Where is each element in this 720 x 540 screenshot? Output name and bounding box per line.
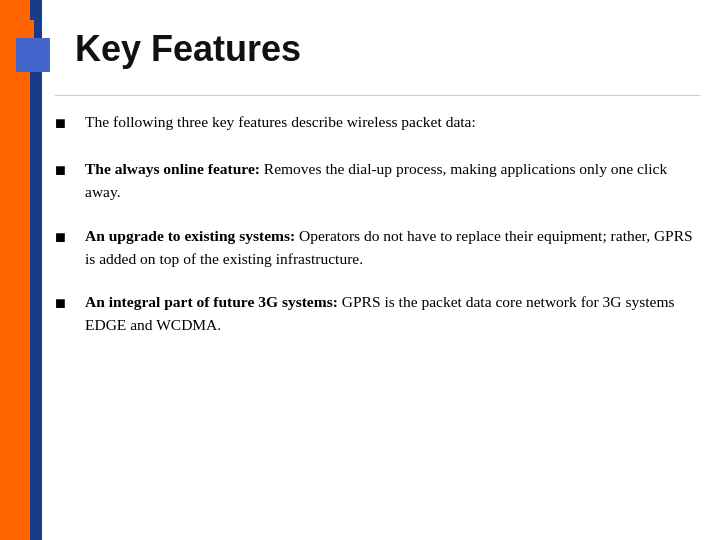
slide-title: Key Features	[75, 28, 301, 70]
corner-square-blue	[16, 38, 50, 72]
bullet-content-1: The following three key features describ…	[85, 110, 700, 133]
bullet-content-3: An upgrade to existing systems: Operator…	[85, 224, 700, 271]
slide: Key Features ■ The following three key f…	[0, 0, 720, 540]
bullet-item-2: ■ The always online feature: Removes the…	[55, 157, 700, 204]
bullet-4-bold: An integral part of future 3G systems:	[85, 293, 338, 310]
sidebar-orange-bar	[0, 0, 30, 540]
title-divider	[55, 95, 700, 96]
bullet-item-1: ■ The following three key features descr…	[55, 110, 700, 137]
corner-squares	[0, 20, 56, 76]
sidebar-decoration	[0, 0, 55, 540]
bullet-3-bold: An upgrade to existing systems:	[85, 227, 295, 244]
bullet-marker-4: ■	[55, 290, 81, 317]
bullet-marker-3: ■	[55, 224, 81, 251]
sidebar-blue-bar	[30, 0, 42, 540]
bullet-2-bold: The always online feature:	[85, 160, 260, 177]
bullet-marker-2: ■	[55, 157, 81, 184]
bullets-container: ■ The following three key features descr…	[55, 110, 700, 357]
bullet-item-4: ■ An integral part of future 3G systems:…	[55, 290, 700, 337]
bullet-content-4: An integral part of future 3G systems: G…	[85, 290, 700, 337]
bullet-item-3: ■ An upgrade to existing systems: Operat…	[55, 224, 700, 271]
bullet-marker-1: ■	[55, 110, 81, 137]
bullet-content-2: The always online feature: Removes the d…	[85, 157, 700, 204]
